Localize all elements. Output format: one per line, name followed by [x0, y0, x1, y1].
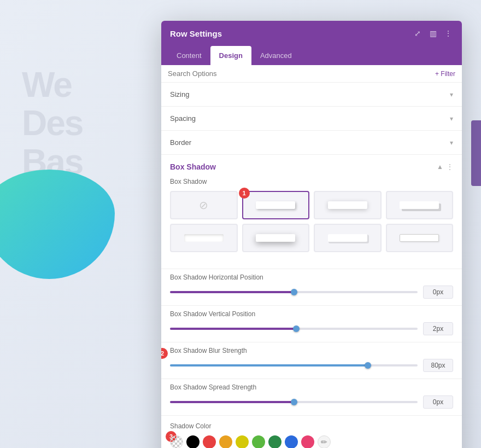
- box-shadow-title: Box Shadow: [170, 162, 216, 171]
- border-label: Border: [170, 138, 191, 147]
- spacing-label: Spacing: [170, 114, 196, 123]
- slider-vertical-fill: [170, 328, 296, 330]
- slider-blur: Box Shadow Blur Strength 80px 2: [161, 342, 462, 379]
- tab-content[interactable]: Content: [168, 46, 210, 65]
- shadow-inner-1: [256, 201, 295, 209]
- shadow-inner-7: [400, 234, 439, 242]
- slider-spread-control: 0px: [170, 395, 453, 409]
- shadow-inner-2: [328, 201, 367, 209]
- sizing-label: Sizing: [170, 90, 189, 98]
- slider-horizontal: Box Shadow Horizontal Position 0px: [161, 269, 462, 306]
- shadow-inner-3: [400, 201, 439, 209]
- slider-horizontal-control: 0px: [170, 286, 453, 299]
- columns-icon[interactable]: ▥: [428, 28, 438, 38]
- spacing-section[interactable]: Spacing ▾: [161, 107, 462, 131]
- box-shadow-section: Box Shadow ▲ ⋮ Box Shadow ⊘ 1: [161, 155, 462, 269]
- shadow-color-label: Shadow Color: [170, 422, 453, 430]
- shadow-preset-none[interactable]: ⊘: [170, 191, 238, 219]
- slider-spread-fill: [170, 401, 294, 403]
- slider-spread-thumb[interactable]: [291, 399, 297, 405]
- swatch-orange[interactable]: [219, 435, 232, 448]
- shadow-preset-5[interactable]: [242, 224, 310, 252]
- bg-watermark: WeDesBas: [22, 66, 83, 181]
- slider-horizontal-value: 0px: [423, 286, 453, 299]
- box-shadow-title-row: Box Shadow ▲ ⋮: [170, 162, 453, 171]
- slider-horizontal-fill: [170, 291, 294, 293]
- row-settings-modal: Row Settings ⤢ ▥ ⋮ Content Design Advanc…: [161, 21, 462, 448]
- slider-vertical-value: 2px: [423, 322, 453, 335]
- slider-horizontal-track[interactable]: [170, 291, 418, 293]
- bg-teal-shape: [0, 170, 115, 279]
- swatch-blue[interactable]: [285, 435, 298, 448]
- slider-blur-thumb[interactable]: [365, 362, 371, 369]
- tab-advanced[interactable]: Advanced: [251, 46, 301, 65]
- swatch-dark-green[interactable]: [268, 435, 281, 448]
- shadow-inner-5: [256, 234, 295, 242]
- slider-vertical-control: 2px: [170, 322, 453, 335]
- shadow-color-section: Shadow Color 3 ✏ ••• Saved: [161, 416, 462, 448]
- resize-icon[interactable]: ⤢: [413, 28, 423, 38]
- more-box-shadow[interactable]: ⋮: [447, 163, 453, 171]
- shadow-preset-7[interactable]: [386, 224, 454, 252]
- slider-spread: Box Shadow Spread Strength 0px: [161, 379, 462, 416]
- shadow-grid: ⊘ 1: [170, 191, 453, 252]
- slider-blur-track[interactable]: [170, 364, 418, 366]
- slider-spread-value: 0px: [423, 395, 453, 409]
- slider-spread-track[interactable]: [170, 401, 418, 403]
- slider-vertical: Box Shadow Vertical Position 2px: [161, 306, 462, 342]
- shadow-inner-4: [184, 234, 224, 242]
- shadow-preset-6[interactable]: [314, 224, 382, 252]
- bg-purple-bar: [471, 120, 481, 186]
- swatch-transparent[interactable]: [170, 435, 183, 448]
- sizing-chevron: ▾: [450, 91, 453, 98]
- shadow-subsection-label: Box Shadow: [170, 178, 453, 185]
- slider-vertical-thumb[interactable]: [293, 325, 300, 332]
- slider-blur-value: 80px: [423, 359, 453, 372]
- slider-blur-fill: [170, 364, 368, 366]
- slider-horizontal-thumb[interactable]: [291, 289, 297, 295]
- shadow-inner-6: [328, 234, 367, 242]
- slider-blur-label: Box Shadow Blur Strength: [170, 347, 453, 354]
- tab-design[interactable]: Design: [210, 46, 251, 65]
- swatch-red[interactable]: [203, 435, 216, 448]
- header-icons: ⤢ ▥ ⋮: [413, 28, 453, 38]
- search-bar: + Filter: [161, 65, 462, 83]
- modal-header: Row Settings ⤢ ▥ ⋮: [161, 21, 462, 46]
- swatch-black[interactable]: [186, 435, 200, 448]
- spacing-chevron: ▾: [450, 115, 453, 123]
- color-swatches: 3 ✏: [170, 435, 453, 448]
- swatch-transparent-wrapper: 3: [170, 435, 183, 448]
- badge-2: 2: [161, 348, 168, 359]
- slider-vertical-label: Box Shadow Vertical Position: [170, 310, 453, 318]
- border-chevron: ▾: [450, 139, 453, 147]
- slider-spread-label: Box Shadow Spread Strength: [170, 383, 453, 391]
- collapse-box-shadow[interactable]: ▲: [437, 163, 443, 171]
- sizing-section[interactable]: Sizing ▾: [161, 83, 462, 107]
- slider-blur-control: 80px 2: [170, 359, 453, 372]
- section-actions: ▲ ⋮: [437, 163, 453, 171]
- slider-vertical-track[interactable]: [170, 328, 418, 330]
- search-input[interactable]: [168, 69, 277, 78]
- swatch-pencil[interactable]: ✏: [318, 435, 331, 448]
- badge-1: 1: [239, 188, 250, 199]
- modal-tabs: Content Design Advanced: [161, 46, 462, 65]
- modal-title: Row Settings: [170, 29, 222, 38]
- shadow-preset-2[interactable]: [314, 191, 382, 219]
- swatch-pink[interactable]: [301, 435, 314, 448]
- swatch-yellow[interactable]: [236, 435, 249, 448]
- shadow-preset-3[interactable]: [386, 191, 454, 219]
- slider-horizontal-label: Box Shadow Horizontal Position: [170, 274, 453, 281]
- border-section[interactable]: Border ▾: [161, 131, 462, 155]
- panel-body: Sizing ▾ Spacing ▾ Border ▾ Box Shadow ▲…: [161, 83, 462, 448]
- filter-button[interactable]: + Filter: [435, 70, 455, 78]
- shadow-preset-1[interactable]: 1: [242, 191, 310, 219]
- swatch-green[interactable]: [252, 435, 265, 448]
- more-icon[interactable]: ⋮: [443, 28, 453, 38]
- shadow-preset-4[interactable]: [170, 224, 238, 252]
